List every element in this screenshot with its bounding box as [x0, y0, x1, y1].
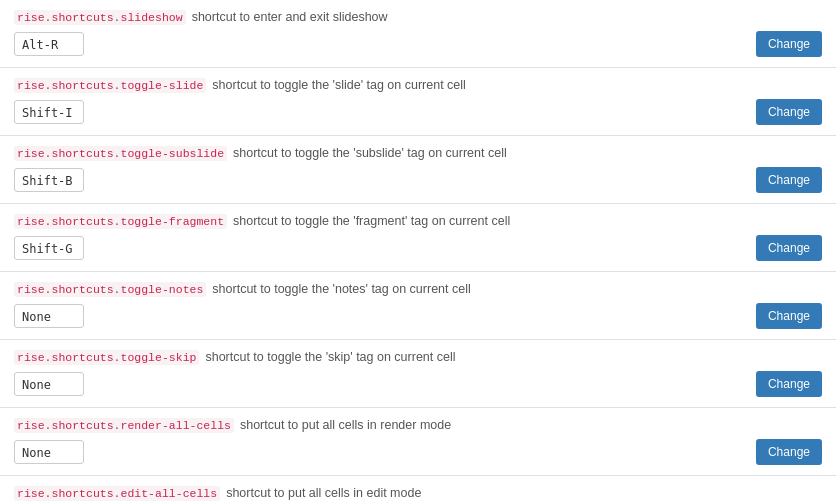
setting-key: rise.shortcuts.toggle-slide — [14, 78, 206, 93]
setting-control-row: NoneChange — [14, 371, 822, 397]
setting-control-row: Alt-RChange — [14, 31, 822, 57]
setting-row: rise.shortcuts.toggle-slideshortcut to t… — [0, 68, 836, 136]
shortcut-value: None — [14, 372, 84, 396]
setting-control-row: Shift-IChange — [14, 99, 822, 125]
setting-row: rise.shortcuts.toggle-fragmentshortcut t… — [0, 204, 836, 272]
settings-container: rise.shortcuts.slideshowshortcut to ente… — [0, 0, 836, 501]
change-button[interactable]: Change — [756, 99, 822, 125]
shortcut-value: Shift-G — [14, 236, 84, 260]
change-button[interactable]: Change — [756, 439, 822, 465]
setting-label-row: rise.shortcuts.toggle-fragmentshortcut t… — [14, 214, 822, 229]
setting-key: rise.shortcuts.toggle-skip — [14, 350, 199, 365]
setting-control-row: NoneChange — [14, 303, 822, 329]
setting-key: rise.shortcuts.slideshow — [14, 10, 186, 25]
shortcut-value: Shift-I — [14, 100, 84, 124]
setting-description: shortcut to toggle the 'fragment' tag on… — [233, 214, 510, 228]
setting-key: rise.shortcuts.toggle-notes — [14, 282, 206, 297]
setting-control-row: Shift-GChange — [14, 235, 822, 261]
setting-description: shortcut to toggle the 'subslide' tag on… — [233, 146, 507, 160]
shortcut-value: None — [14, 304, 84, 328]
setting-label-row: rise.shortcuts.edit-all-cellsshortcut to… — [14, 486, 822, 501]
shortcut-value: None — [14, 440, 84, 464]
setting-row: rise.shortcuts.edit-all-cellsshortcut to… — [0, 476, 836, 501]
setting-key: rise.shortcuts.render-all-cells — [14, 418, 234, 433]
setting-row: rise.shortcuts.toggle-skipshortcut to to… — [0, 340, 836, 408]
setting-row: rise.shortcuts.render-all-cellsshortcut … — [0, 408, 836, 476]
change-button[interactable]: Change — [756, 235, 822, 261]
change-button[interactable]: Change — [756, 303, 822, 329]
setting-row: rise.shortcuts.slideshowshortcut to ente… — [0, 0, 836, 68]
shortcut-value: Shift-B — [14, 168, 84, 192]
setting-label-row: rise.shortcuts.toggle-slideshortcut to t… — [14, 78, 822, 93]
setting-key: rise.shortcuts.toggle-subslide — [14, 146, 227, 161]
setting-description: shortcut to toggle the 'skip' tag on cur… — [205, 350, 455, 364]
setting-label-row: rise.shortcuts.toggle-notesshortcut to t… — [14, 282, 822, 297]
setting-row: rise.shortcuts.toggle-notesshortcut to t… — [0, 272, 836, 340]
setting-label-row: rise.shortcuts.render-all-cellsshortcut … — [14, 418, 822, 433]
setting-description: shortcut to toggle the 'notes' tag on cu… — [212, 282, 470, 296]
setting-description: shortcut to toggle the 'slide' tag on cu… — [212, 78, 466, 92]
setting-description: shortcut to put all cells in edit mode — [226, 486, 421, 500]
setting-key: rise.shortcuts.toggle-fragment — [14, 214, 227, 229]
setting-control-row: Shift-BChange — [14, 167, 822, 193]
setting-control-row: NoneChange — [14, 439, 822, 465]
change-button[interactable]: Change — [756, 31, 822, 57]
change-button[interactable]: Change — [756, 371, 822, 397]
shortcut-value: Alt-R — [14, 32, 84, 56]
setting-description: shortcut to enter and exit slideshow — [192, 10, 388, 24]
setting-key: rise.shortcuts.edit-all-cells — [14, 486, 220, 501]
setting-label-row: rise.shortcuts.slideshowshortcut to ente… — [14, 10, 822, 25]
setting-label-row: rise.shortcuts.toggle-subslideshortcut t… — [14, 146, 822, 161]
setting-row: rise.shortcuts.toggle-subslideshortcut t… — [0, 136, 836, 204]
change-button[interactable]: Change — [756, 167, 822, 193]
setting-description: shortcut to put all cells in render mode — [240, 418, 451, 432]
setting-label-row: rise.shortcuts.toggle-skipshortcut to to… — [14, 350, 822, 365]
